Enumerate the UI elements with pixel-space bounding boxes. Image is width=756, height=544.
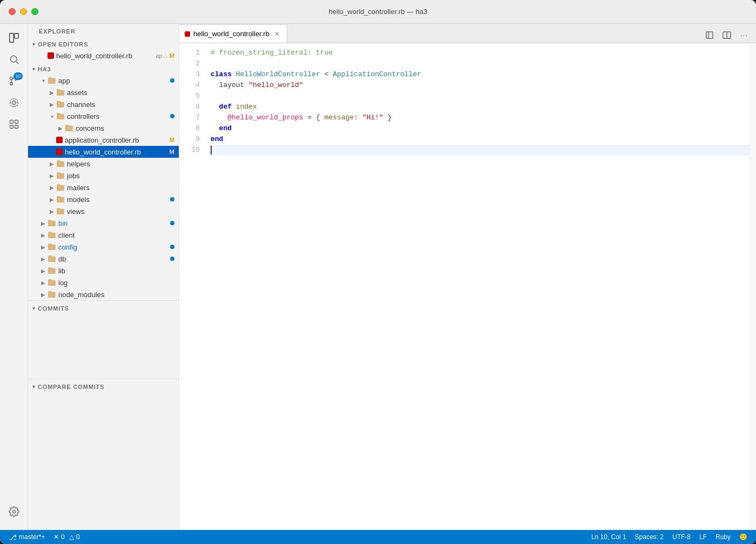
folder-node-modules[interactable]: ▶ node_modules bbox=[28, 288, 179, 300]
folder-models-badge bbox=[170, 197, 174, 202]
folder-config-label: config bbox=[58, 243, 170, 251]
file-hello-world-controller-label: hello_world_controller.rb bbox=[65, 148, 170, 156]
debug-activity-icon[interactable] bbox=[4, 93, 24, 112]
tab-ruby-icon bbox=[185, 31, 190, 37]
folder-db[interactable]: ▶ db bbox=[28, 253, 179, 265]
folder-app[interactable]: ▾ app bbox=[28, 75, 179, 86]
spaces-label: Spaces: 2 bbox=[635, 533, 664, 541]
svg-point-5 bbox=[10, 83, 12, 85]
errors-status[interactable]: ✕ 0 △ 0 bbox=[49, 530, 84, 544]
svg-rect-9 bbox=[10, 120, 13, 124]
code-line-4: layout "hello_world" bbox=[211, 80, 750, 91]
encoding-status[interactable]: UTF-8 bbox=[668, 530, 695, 544]
folder-db-label: db bbox=[58, 255, 170, 263]
svg-point-8 bbox=[10, 99, 18, 107]
line-ending-label: LF bbox=[699, 533, 707, 541]
folder-views-label: views bbox=[67, 207, 179, 216]
folder-channels[interactable]: ▶ channels bbox=[28, 98, 179, 110]
sidebar: EXPLORER ▾ OPEN EDITORS hello_world_cont… bbox=[28, 24, 179, 530]
explorer-header: EXPLORER bbox=[28, 24, 179, 37]
open-editor-item[interactable]: hello_world_controller.rb ap... M bbox=[28, 50, 179, 62]
minimap-scrollbar[interactable] bbox=[750, 43, 756, 530]
folder-log-label: log bbox=[58, 279, 179, 287]
folder-controllers[interactable]: ▾ controllers bbox=[28, 110, 179, 122]
project-chevron: ▾ bbox=[32, 66, 36, 72]
folder-lib-label: lib bbox=[58, 267, 179, 275]
branch-status[interactable]: ⎇ master*+ bbox=[4, 530, 49, 544]
folder-lib[interactable]: ▶ lib bbox=[28, 265, 179, 277]
split-editor-button[interactable] bbox=[719, 28, 734, 43]
activity-bar: 10 bbox=[0, 24, 28, 530]
folder-config-badge bbox=[170, 245, 174, 249]
minimize-button[interactable] bbox=[20, 8, 27, 15]
folder-helpers-label: helpers bbox=[67, 160, 179, 168]
language-label: Ruby bbox=[716, 533, 731, 541]
extensions-activity-icon[interactable] bbox=[4, 115, 24, 134]
folder-jobs-label: jobs bbox=[67, 172, 179, 180]
spaces-status[interactable]: Spaces: 2 bbox=[631, 530, 668, 544]
source-control-badge: 10 bbox=[14, 72, 22, 80]
code-content[interactable]: # frozen_string_literal: true class Hell… bbox=[206, 43, 750, 530]
status-bar: ⎇ master*+ ✕ 0 △ 0 Ln 10, Col 1 Spaces: … bbox=[0, 530, 756, 544]
commits-chevron: ▾ bbox=[32, 306, 36, 311]
traffic-lights bbox=[9, 8, 38, 15]
titlebar: hello_world_controller.rb — ha3 bbox=[0, 0, 756, 24]
folder-db-badge bbox=[170, 257, 174, 261]
language-status[interactable]: Ruby bbox=[711, 530, 735, 544]
encoding-label: UTF-8 bbox=[672, 533, 691, 541]
folder-assets[interactable]: ▶ assets bbox=[28, 86, 179, 98]
compare-commits-header[interactable]: ▾ COMPARE COMMITS bbox=[28, 379, 179, 392]
line-ending-status[interactable]: LF bbox=[695, 530, 711, 544]
code-line-5 bbox=[211, 91, 750, 102]
open-editor-path: ap... bbox=[156, 52, 167, 59]
folder-controllers-badge bbox=[170, 114, 174, 118]
folder-bin[interactable]: ▶ bin bbox=[28, 217, 179, 229]
folder-log[interactable]: ▶ log bbox=[28, 277, 179, 288]
folder-channels-label: channels bbox=[67, 100, 179, 109]
close-button[interactable] bbox=[9, 8, 16, 15]
open-editors-header[interactable]: ▾ OPEN EDITORS bbox=[28, 37, 179, 50]
folder-bin-label: bin bbox=[58, 219, 170, 227]
source-control-activity-icon[interactable]: 10 bbox=[4, 71, 24, 91]
tab-close-button[interactable]: ✕ bbox=[273, 30, 281, 38]
folder-views[interactable]: ▶ views bbox=[28, 205, 179, 217]
folder-concerns-label: concerns bbox=[76, 124, 179, 132]
code-line-1: # frozen_string_literal: true bbox=[211, 48, 750, 58]
branch-icon: ⎇ bbox=[9, 533, 17, 541]
folder-models[interactable]: ▶ models bbox=[28, 193, 179, 205]
explorer-activity-icon[interactable] bbox=[4, 28, 24, 48]
file-hello-world-controller[interactable]: hello_world_controller.rb M bbox=[28, 146, 179, 158]
error-icon: ✕ bbox=[53, 533, 59, 541]
folder-client-label: client bbox=[58, 231, 179, 239]
tab-hello-world-controller[interactable]: hello_world_controller.rb ✕ bbox=[179, 24, 287, 43]
settings-activity-icon[interactable] bbox=[4, 502, 24, 521]
file-application-controller[interactable]: application_controller.rb M bbox=[28, 134, 179, 146]
project-header[interactable]: ▾ HA3 bbox=[28, 62, 179, 75]
folder-helpers[interactable]: ▶ helpers bbox=[28, 158, 179, 170]
folder-jobs[interactable]: ▶ jobs bbox=[28, 170, 179, 182]
maximize-button[interactable] bbox=[31, 8, 38, 15]
commits-header[interactable]: ▾ COMMITS bbox=[28, 301, 179, 314]
code-editor[interactable]: 1 2 3 4 5 6 7 8 9 10 # frozen_string_lit… bbox=[179, 43, 756, 530]
open-preview-button[interactable] bbox=[702, 28, 717, 43]
folder-concerns[interactable]: ▶ concerns bbox=[28, 122, 179, 134]
file-application-controller-label: application_controller.rb bbox=[65, 136, 170, 144]
branch-label: master*+ bbox=[19, 533, 45, 541]
svg-rect-10 bbox=[15, 120, 18, 124]
folder-client[interactable]: ▶ client bbox=[28, 229, 179, 241]
folder-app-badge bbox=[170, 78, 174, 83]
more-actions-button[interactable]: ··· bbox=[737, 28, 752, 43]
face-status[interactable]: 🙂 bbox=[735, 530, 752, 544]
window-title: hello_world_controller.rb — ha3 bbox=[329, 8, 428, 16]
ruby-file-icon bbox=[48, 52, 54, 59]
code-line-9: end bbox=[211, 134, 750, 145]
svg-point-4 bbox=[10, 77, 12, 80]
ruby-icon-hw-ctrl bbox=[56, 149, 63, 155]
folder-config[interactable]: ▶ config bbox=[28, 241, 179, 253]
face-icon: 🙂 bbox=[739, 533, 747, 541]
position-status[interactable]: Ln 10, Col 1 bbox=[587, 530, 631, 544]
svg-point-2 bbox=[10, 56, 17, 62]
code-line-3: class HelloWorldController < Application… bbox=[211, 69, 750, 80]
folder-mailers[interactable]: ▶ mailers bbox=[28, 182, 179, 193]
search-activity-icon[interactable] bbox=[4, 50, 24, 69]
